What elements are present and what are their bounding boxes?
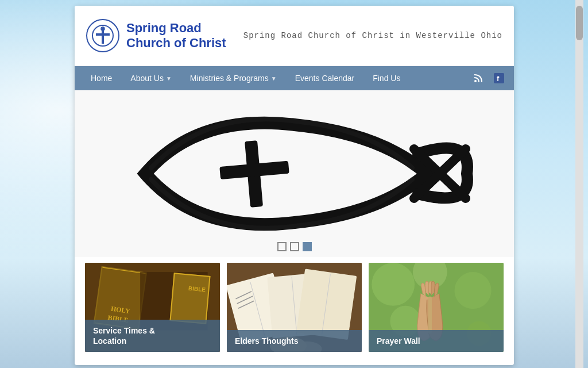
service-times-label: Service Times &Location (85, 320, 220, 352)
church-name-line1: Spring Road (126, 21, 202, 35)
church-title: Spring Road Church of Christ (126, 21, 226, 51)
header: Spring Road Church of Christ Spring Road… (75, 6, 514, 66)
scrollbar[interactable] (575, 0, 583, 368)
scrollbar-thumb[interactable] (576, 6, 583, 40)
hero-slider (75, 90, 514, 257)
nav-ministries-arrow: ▼ (271, 75, 277, 82)
main-nav: Home About Us ▼ Ministries & Programs ▼ … (75, 66, 514, 90)
fish-symbol (94, 102, 496, 246)
fish-image (75, 90, 514, 257)
prayer-wall-label: Prayer Wall (369, 330, 504, 352)
rss-icon[interactable] (470, 72, 486, 85)
facebook-icon[interactable]: f (491, 72, 507, 85)
nav-ministries[interactable]: Ministries & Programs ▼ (181, 66, 286, 90)
logo-area: Spring Road Church of Christ (86, 19, 226, 52)
svg-rect-2 (96, 33, 110, 36)
slider-dot-3[interactable] (303, 242, 312, 251)
nav-items: Home About Us ▼ Ministries & Programs ▼ … (82, 66, 470, 90)
prayer-wall-card[interactable]: Prayer Wall (369, 263, 504, 352)
svg-text:f: f (497, 74, 500, 83)
nav-home[interactable]: Home (82, 66, 121, 90)
main-container: Spring Road Church of Christ Spring Road… (75, 6, 514, 365)
svg-point-32 (455, 272, 492, 309)
logo-icon (91, 24, 114, 47)
nav-social: f (470, 72, 507, 85)
cards-section: HOLY BIBLE Service Times &Location (75, 257, 514, 359)
slider-dot-1[interactable] (277, 242, 287, 251)
elders-thoughts-label: Elders Thoughts (227, 330, 362, 352)
header-tagline: Spring Road Church of Christ in Westervi… (243, 31, 502, 40)
church-name: Spring Road Church of Christ (126, 21, 226, 51)
svg-point-4 (474, 80, 477, 82)
slider-dots (277, 242, 312, 251)
svg-rect-35 (428, 297, 432, 334)
logo-circle (86, 19, 119, 52)
service-times-card[interactable]: HOLY BIBLE Service Times &Location (85, 263, 220, 352)
nav-events[interactable]: Events Calendar (286, 66, 364, 90)
church-name-line2: Church of Christ (126, 36, 226, 50)
svg-point-30 (372, 263, 415, 306)
nav-about[interactable]: About Us ▼ (121, 66, 181, 90)
elders-thoughts-card[interactable]: Elders Thoughts (227, 263, 362, 352)
nav-about-arrow: ▼ (166, 75, 172, 82)
nav-find-us[interactable]: Find Us (363, 66, 409, 90)
slider-dot-2[interactable] (290, 242, 299, 251)
